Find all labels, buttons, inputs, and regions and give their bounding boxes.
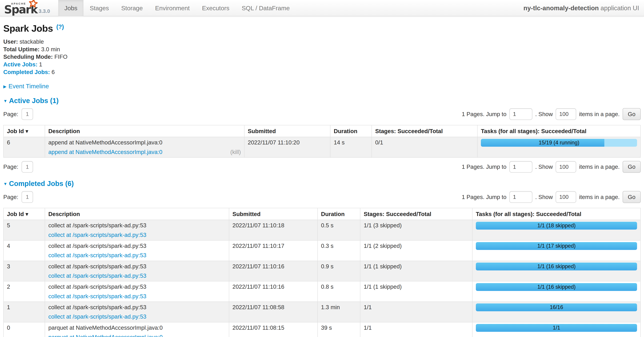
active-jobs-section-header[interactable]: ▼Active Jobs (1) xyxy=(3,97,641,105)
nav-tabs: Jobs Stages Storage Environment Executor… xyxy=(58,0,296,16)
job-id-cell: 1 xyxy=(4,302,45,322)
job-detail-link[interactable]: collect at /spark-scripts/spark-ad.py:53 xyxy=(48,313,146,321)
active-table-pagination-top: Page: 1 Pages. Jump to . Show items in a… xyxy=(3,108,641,120)
header-tasks[interactable]: Tasks (for all stages): Succeeded/Total xyxy=(478,125,640,137)
job-description-cell: collect at /spark-scripts/spark-ad.py:53… xyxy=(45,281,229,302)
items-per-page-input[interactable] xyxy=(556,108,576,120)
header-tasks[interactable]: Tasks (for all stages): Succeeded/Total xyxy=(472,208,640,220)
go-button[interactable]: Go xyxy=(622,108,641,120)
active-table-pagination-bottom: Page: 1 Pages. Jump to . Show items in a… xyxy=(3,161,641,173)
job-description-text: parquet at NativeMethodAccessorImpl.java… xyxy=(48,324,226,332)
job-detail-link[interactable]: collect at /spark-scripts/spark-ad.py:53 xyxy=(48,272,146,280)
job-duration-cell: 1.3 min xyxy=(318,302,360,322)
summary-item-user: User: stackable xyxy=(3,38,641,45)
job-description-text: collect at /spark-scripts/spark-ad.py:53 xyxy=(48,303,226,311)
jump-to-page-input[interactable] xyxy=(510,161,532,173)
job-id-cell: 0 xyxy=(4,322,45,337)
progress-label: 1/1 (17 skipped) xyxy=(476,242,637,250)
page-number-input[interactable] xyxy=(22,108,33,120)
header-job-id[interactable]: Job Id ▾ xyxy=(4,208,45,220)
header-duration[interactable]: Duration xyxy=(318,208,360,220)
progress-label: 1/1 (18 skipped) xyxy=(476,222,637,230)
job-description-cell: parquet at NativeMethodAccessorImpl.java… xyxy=(45,322,229,337)
spark-logo-mark: APACHE Spark xyxy=(4,0,36,15)
help-link[interactable]: (?) xyxy=(56,23,64,30)
page-label: Page: xyxy=(3,164,18,170)
job-description-cell: append at NativeMethodAccessorImpl.java:… xyxy=(45,137,244,157)
table-header-row: Job Id ▾ Description Submitted Duration … xyxy=(4,125,640,137)
tab-stages[interactable]: Stages xyxy=(84,0,115,16)
header-stages[interactable]: Stages: Succeeded/Total xyxy=(360,208,472,220)
tasks-progress-bar: 1/1 (16 skipped) xyxy=(476,263,637,271)
completed-jobs-section-header[interactable]: ▼Completed Jobs (6) xyxy=(3,180,641,188)
pages-jump-label: 1 Pages. Jump to xyxy=(462,111,506,117)
progress-label: 1/1 (16 skipped) xyxy=(476,263,637,271)
summary-item-active-jobs: Active Jobs: 1 xyxy=(3,61,641,68)
summary-item-scheduling-mode: Scheduling Mode: FIFO xyxy=(3,53,641,61)
tasks-progress-bar: 1/1 xyxy=(476,324,637,332)
active-jobs-link[interactable]: Active Jobs: xyxy=(3,61,38,68)
completed-job-row-1: 1 collect at /spark-scripts/spark-ad.py:… xyxy=(4,302,640,322)
tab-environment[interactable]: Environment xyxy=(149,0,196,16)
completed-jobs-table: Job Id ▾ Description Submitted Duration … xyxy=(3,208,641,337)
collapse-arrow-icon: ▼ xyxy=(3,182,7,186)
pages-jump-label: 1 Pages. Jump to xyxy=(462,164,506,170)
job-stages-cell: 1/1 (1 skipped) xyxy=(360,261,472,281)
header-description[interactable]: Description xyxy=(45,208,229,220)
header-submitted[interactable]: Submitted xyxy=(244,125,330,137)
job-duration-cell: 14 s xyxy=(330,137,372,157)
spark-logo[interactable]: APACHE Spark 3.3.0 xyxy=(0,0,55,16)
job-detail-link[interactable]: collect at /spark-scripts/spark-ad.py:53 xyxy=(48,231,146,239)
job-stages-cell: 0/1 xyxy=(372,137,478,157)
completed-job-row-3: 3 collect at /spark-scripts/spark-ad.py:… xyxy=(4,261,640,281)
completed-jobs-link[interactable]: Completed Jobs: xyxy=(3,69,50,75)
job-submitted-cell: 2022/11/07 11:10:16 xyxy=(229,261,318,281)
items-per-page-input[interactable] xyxy=(556,191,576,203)
tab-executors[interactable]: Executors xyxy=(196,0,236,16)
page-content: Spark Jobs (?) User: stackable Total Upt… xyxy=(0,23,644,337)
application-name: ny-tlc-anomaly-detection xyxy=(524,4,599,12)
tab-jobs[interactable]: Jobs xyxy=(58,0,84,16)
header-duration[interactable]: Duration xyxy=(330,125,372,137)
progress-label: 16/16 xyxy=(476,304,637,311)
job-id-cell: 6 xyxy=(4,137,45,157)
job-description-cell: collect at /spark-scripts/spark-ad.py:53… xyxy=(45,240,229,261)
header-description[interactable]: Description xyxy=(45,125,244,137)
job-detail-link[interactable]: collect at /spark-scripts/spark-ad.py:53 xyxy=(48,251,146,259)
application-title-suffix: application UI xyxy=(600,4,639,12)
summary-item-completed-jobs: Completed Jobs: 6 xyxy=(3,68,641,76)
job-tasks-cell: 1/1 xyxy=(472,322,640,337)
tab-storage[interactable]: Storage xyxy=(115,0,149,16)
job-detail-link[interactable]: parquet at NativeMethodAccessorImpl.java… xyxy=(48,333,163,337)
event-timeline-toggle[interactable]: ▶Event Timeline xyxy=(3,83,641,90)
page-number-input[interactable] xyxy=(22,161,33,173)
jump-to-page-input[interactable] xyxy=(510,108,532,120)
items-per-page-input[interactable] xyxy=(556,161,576,173)
completed-table-pagination-top: Page: 1 Pages. Jump to . Show items in a… xyxy=(3,191,641,203)
tasks-progress-bar: 15/19 (4 running) xyxy=(481,139,637,147)
job-submitted-cell: 2022/11/07 11:08:15 xyxy=(229,322,318,337)
job-detail-link[interactable]: append at NativeMethodAccessorImpl.java:… xyxy=(48,148,162,156)
page-number-input[interactable] xyxy=(22,191,33,203)
go-button[interactable]: Go xyxy=(622,191,641,203)
header-submitted[interactable]: Submitted xyxy=(229,208,318,220)
job-detail-link[interactable]: collect at /spark-scripts/spark-ad.py:53 xyxy=(48,292,146,300)
job-id-cell: 2 xyxy=(4,281,45,302)
header-stages[interactable]: Stages: Succeeded/Total xyxy=(372,125,478,137)
tasks-progress-bar: 16/16 xyxy=(476,304,637,311)
kill-job-link[interactable]: (kill) xyxy=(230,148,241,156)
job-tasks-cell: 1/1 (17 skipped) xyxy=(472,240,640,261)
jump-to-page-input[interactable] xyxy=(510,191,532,203)
job-duration-cell: 0.5 s xyxy=(318,220,360,240)
header-job-id[interactable]: Job Id ▾ xyxy=(4,125,45,137)
go-button[interactable]: Go xyxy=(622,161,641,173)
completed-job-row-0: 0 parquet at NativeMethodAccessorImpl.ja… xyxy=(4,322,640,337)
tab-sql-dataframe[interactable]: SQL / DataFrame xyxy=(236,0,296,16)
job-id-cell: 3 xyxy=(4,261,45,281)
tasks-progress-bar: 1/1 (16 skipped) xyxy=(476,283,637,291)
job-description-text: append at NativeMethodAccessorImpl.java:… xyxy=(48,138,241,146)
show-label: . Show xyxy=(535,194,553,200)
job-description-cell: collect at /spark-scripts/spark-ad.py:53… xyxy=(45,302,229,322)
completed-job-row-5: 5 collect at /spark-scripts/spark-ad.py:… xyxy=(4,220,640,240)
job-tasks-cell: 16/16 xyxy=(472,302,640,322)
